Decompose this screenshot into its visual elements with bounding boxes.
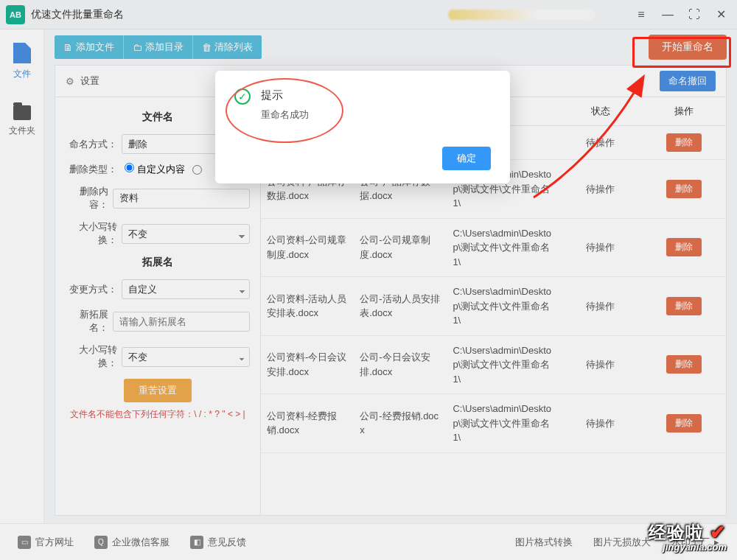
success-dialog: ✓ 提示 重命名成功 确定	[215, 71, 510, 183]
dialog-title: 提示	[261, 88, 309, 102]
dialog-message: 重命名成功	[261, 108, 309, 122]
dialog-ok-button[interactable]: 确定	[442, 147, 491, 170]
success-check-icon: ✓	[234, 88, 251, 105]
